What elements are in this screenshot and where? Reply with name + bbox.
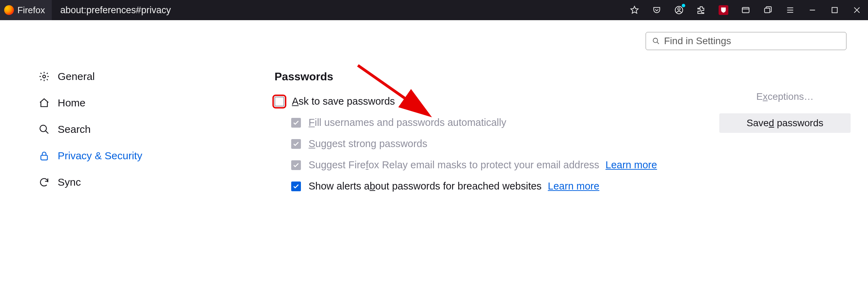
button-label: Saved passwords [746,118,823,129]
app-name: Firefox [17,5,45,16]
sync-icon [38,176,50,188]
content-area: Find in Settings General Home Search Pr [0,20,868,306]
sidebar-item-home[interactable]: Home [38,90,170,116]
option-suggest-relay: Suggest Firefox Relay email masks to pro… [291,159,868,171]
option-label: Suggest strong passwords [309,138,427,150]
checkbox-breach-alerts[interactable] [291,182,301,191]
checkbox-ask-save[interactable] [275,97,284,106]
svg-rect-8 [41,155,48,160]
lock-icon [38,150,50,162]
sidebar-item-label: Sync [58,176,81,188]
checkbox-suggest-strong [291,139,301,149]
svg-point-1 [678,8,680,10]
account-icon[interactable] [674,5,684,15]
sidebar-item-general[interactable]: General [38,63,170,90]
window-maximize-icon[interactable] [830,5,840,15]
app-label: Firefox [0,0,52,20]
home-icon [38,97,50,109]
sidebar-icon[interactable] [741,5,751,15]
url-text: about:preferences#privacy [60,5,171,16]
svg-point-7 [40,125,47,132]
notification-dot-icon [682,4,685,7]
app-menu-icon[interactable] [785,5,795,15]
side-buttons: Exceptions… Saved passwords [719,87,851,133]
checkbox-fill-auto [291,118,301,128]
sidebar-item-label: General [58,71,95,82]
gear-icon [38,71,50,82]
exceptions-button: Exceptions… [719,87,851,106]
checkbox-suggest-relay [291,160,301,170]
sidebar-item-sync[interactable]: Sync [38,169,170,195]
sidebar-item-label: Home [58,97,85,109]
tabs-icon[interactable] [763,5,773,15]
window-close-icon[interactable] [852,5,862,15]
section-heading-passwords: Passwords [275,70,868,83]
option-label: Fill usernames and passwords automatical… [309,117,506,128]
button-label: Exceptions… [756,91,814,102]
sidebar-item-search[interactable]: Search [38,116,170,143]
pocket-icon[interactable] [652,5,662,15]
option-breach-alerts[interactable]: Show alerts about passwords for breached… [291,180,868,192]
titlebar: Firefox about:preferences#privacy [0,0,868,20]
svg-point-6 [43,75,46,78]
saved-passwords-button[interactable]: Saved passwords [719,113,851,133]
sidebar: General Home Search Privacy & Security S… [0,20,170,306]
svg-rect-4 [832,7,837,13]
bookmark-star-icon[interactable] [630,5,639,15]
option-label: Ask to save passwords [292,96,395,107]
sidebar-item-label: Search [58,123,91,135]
window-minimize-icon[interactable] [808,5,817,15]
option-label: Show alerts about passwords for breached… [309,180,542,192]
svg-rect-3 [764,8,770,13]
learn-more-breach-link[interactable]: Learn more [548,180,599,192]
ublock-icon[interactable] [719,5,728,15]
option-suggest-strong: Suggest strong passwords [291,138,868,150]
sidebar-item-privacy[interactable]: Privacy & Security [38,143,170,169]
main-panel: Passwords Ask to save passwords Fill use… [170,20,868,306]
extensions-icon[interactable] [696,5,706,15]
sidebar-item-label: Privacy & Security [58,150,142,162]
toolbar-right [630,0,868,20]
firefox-logo-icon [4,5,14,15]
svg-rect-2 [742,7,749,13]
option-label: Suggest Firefox Relay email masks to pro… [309,159,599,171]
learn-more-relay-link[interactable]: Learn more [606,159,657,171]
search-icon [38,123,50,135]
